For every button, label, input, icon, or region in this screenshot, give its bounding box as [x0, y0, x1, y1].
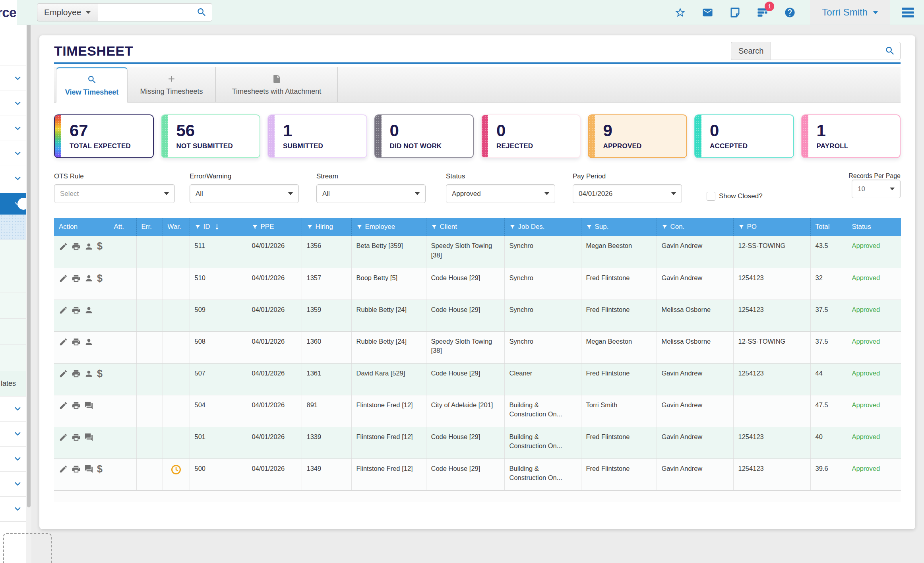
column-header-ppe[interactable]: PPE [247, 218, 302, 236]
column-header-err[interactable]: Err. [136, 218, 163, 236]
comments-action-button[interactable] [84, 400, 93, 410]
filter-select-ots-rule[interactable]: Select [54, 184, 175, 203]
stat-card-payroll[interactable]: 1PAYROLL [801, 114, 901, 158]
column-header-hiring[interactable]: Hiring [302, 218, 351, 236]
sidebar-scrollbar-thumb[interactable] [27, 25, 31, 507]
edit-action-button[interactable] [59, 337, 68, 346]
sidebar-item[interactable] [0, 91, 26, 116]
print-action-button[interactable] [72, 273, 81, 283]
stat-card-total-expected[interactable]: 67TOTAL EXPECTED [54, 114, 154, 158]
dollar-action-button[interactable]: $ [97, 273, 103, 283]
tab-missing-timesheets[interactable]: Missing Timesheets [128, 67, 216, 102]
user-action-button[interactable] [84, 337, 93, 346]
dollar-action-button[interactable]: $ [97, 369, 103, 379]
hamburger-menu-button[interactable] [901, 5, 915, 20]
user-action-button[interactable] [84, 241, 93, 251]
sidebar-item[interactable] [0, 422, 26, 447]
cell-job-des: Building & Construction On... [504, 427, 581, 459]
comments-action-button[interactable] [84, 432, 93, 442]
sidebar-item[interactable] [0, 472, 26, 497]
sidebar-item[interactable] [0, 66, 26, 91]
table-row-504[interactable]: 50404/01/2026891Flintstone Fred [12]City… [54, 395, 901, 427]
stat-card-approved[interactable]: 9APPROVED [588, 114, 688, 158]
search-icon-slot[interactable] [196, 7, 207, 18]
sidebar-scrollbar[interactable] [26, 25, 31, 563]
edit-action-button[interactable] [59, 305, 68, 315]
column-header-po[interactable]: PO [733, 218, 810, 236]
stat-card-submitted[interactable]: 1SUBMITTED [267, 114, 367, 158]
timesheet-search-input[interactable] [771, 42, 900, 60]
tab-view-timesheet[interactable]: View Timesheet [56, 67, 128, 103]
user-menu-button[interactable]: Torri Smith [810, 0, 890, 25]
sidebar-item[interactable] [0, 116, 26, 141]
edit-action-button[interactable] [59, 432, 68, 442]
stat-card-accepted[interactable]: 0ACCEPTED [694, 114, 794, 158]
notifications-button[interactable]: 1 [757, 7, 768, 18]
sidebar-item-active[interactable] [0, 193, 26, 215]
stat-card-rejected[interactable]: 0REJECTED [481, 114, 581, 158]
help-button[interactable] [784, 7, 796, 18]
print-action-button[interactable] [72, 432, 81, 442]
table-row-510[interactable]: $51004/01/20261357Boop Betty [5]Code Hou… [54, 268, 901, 300]
column-header-client[interactable]: Client [426, 218, 504, 236]
print-action-button[interactable] [72, 369, 81, 378]
edit-action-button[interactable] [59, 369, 68, 378]
favorites-button[interactable] [674, 7, 686, 18]
filter-select-status[interactable]: Approved [446, 184, 555, 203]
column-header-sup[interactable]: Sup. [581, 218, 657, 236]
column-header-con[interactable]: Con. [657, 218, 733, 236]
column-header-job[interactable]: Job Des. [504, 218, 581, 236]
user-action-button[interactable] [84, 369, 93, 378]
column-header-employee[interactable]: Employee [351, 218, 426, 236]
dollar-action-button[interactable]: $ [97, 464, 103, 474]
sidebar-item[interactable] [0, 166, 26, 191]
filter-select-error-warning[interactable]: All [190, 184, 299, 203]
tab-timesheets-with-attachment[interactable]: Timesheets with Attachment [216, 67, 338, 102]
user-action-button[interactable] [84, 305, 93, 315]
column-header-status[interactable]: Status [847, 218, 901, 236]
edit-action-button[interactable] [59, 400, 68, 410]
table-row-501[interactable]: 50104/01/20261339Flintstone Fred [12]Cod… [54, 427, 901, 459]
print-action-button[interactable] [72, 337, 81, 346]
sidebar-item[interactable] [0, 447, 26, 472]
stat-card-not-submitted[interactable]: 56NOT SUBMITTED [161, 114, 261, 158]
filter-select-stream[interactable]: All [316, 184, 426, 203]
print-action-button[interactable] [72, 464, 81, 474]
sidebar-item[interactable] [0, 397, 26, 422]
records-per-page-select[interactable]: 10 [852, 180, 901, 198]
column-header-action[interactable]: Action [54, 218, 109, 236]
print-action-button[interactable] [72, 305, 81, 315]
filter-select-pay-period[interactable]: 04/01/2026 [573, 184, 682, 203]
column-header-id[interactable]: ID [190, 218, 247, 236]
print-action-button[interactable] [72, 400, 81, 410]
envelope-icon [702, 7, 713, 18]
user-action-button[interactable] [84, 273, 93, 283]
edit-action-button[interactable] [59, 273, 68, 283]
print-action-button[interactable] [72, 241, 81, 251]
app-logo[interactable]: rce [0, 0, 17, 25]
sidebar-item-truncated[interactable]: lates [0, 371, 26, 397]
dollar-action-button[interactable]: $ [97, 241, 103, 251]
column-header-total[interactable]: Total [810, 218, 847, 236]
edit-action-button[interactable] [59, 464, 68, 474]
notes-button[interactable] [729, 7, 741, 18]
column-label: War. [168, 223, 181, 231]
search-scope-button[interactable]: Employee [37, 3, 98, 21]
messages-button[interactable] [702, 7, 713, 18]
sidebar-item[interactable] [0, 141, 26, 166]
column-header-att[interactable]: Att. [109, 218, 136, 236]
table-row-509[interactable]: 50904/01/20261359Rubble Betty [24]Code H… [54, 300, 901, 331]
global-search-input[interactable] [98, 4, 212, 21]
table-row-507[interactable]: $50704/01/20261361David Kara [529]Code H… [54, 363, 901, 395]
table-row-511[interactable]: $51104/01/20261356Beta Betty [359]Speedy… [54, 236, 901, 268]
cell-client: City of Adelaide [201] [426, 395, 504, 427]
stat-card-did-not-work[interactable]: 0DID NOT WORK [374, 114, 474, 158]
edit-action-button[interactable] [59, 241, 68, 251]
comments-action-button[interactable] [84, 464, 93, 474]
column-header-war[interactable]: War. [163, 218, 190, 236]
table-row-508[interactable]: 50804/01/20261360Rubble Betty [24]Speedy… [54, 331, 901, 363]
sidebar-item[interactable] [0, 497, 26, 522]
search-icon-slot[interactable] [885, 46, 895, 56]
show-closed-checkbox[interactable] [707, 192, 715, 201]
table-row-500[interactable]: $50004/01/20261349Flintstone Fred [12]Co… [54, 459, 901, 490]
